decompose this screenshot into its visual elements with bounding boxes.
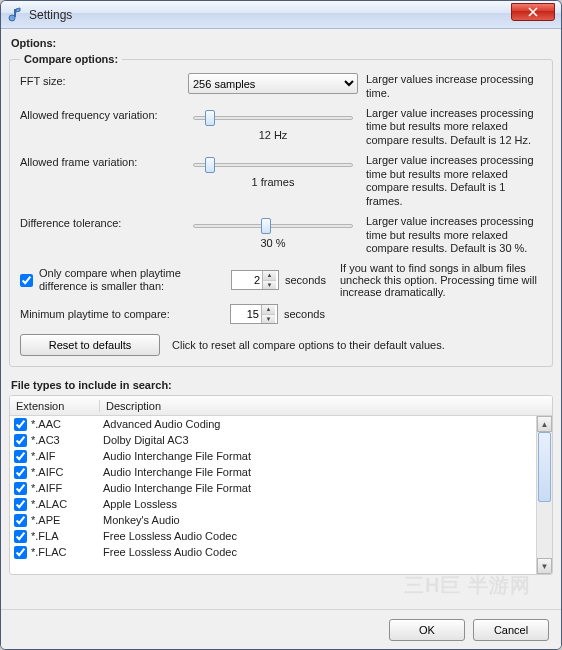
- filetype-ext: *.FLA: [31, 530, 103, 542]
- filetype-checkbox[interactable]: [14, 482, 27, 495]
- filetype-ext: *.AIF: [31, 450, 103, 462]
- app-icon: [7, 7, 23, 23]
- dialog-buttons: OK Cancel: [1, 609, 561, 649]
- cancel-button[interactable]: Cancel: [473, 619, 549, 641]
- only-compare-row: Only compare when playtime difference is…: [20, 262, 542, 298]
- titlebar[interactable]: Settings: [1, 1, 561, 29]
- filetype-row[interactable]: *.AIFCAudio Interchange File Format: [10, 464, 536, 480]
- filetypes-legend: File types to include in search:: [11, 379, 553, 391]
- freq-slider[interactable]: [193, 109, 353, 127]
- filetype-checkbox[interactable]: [14, 498, 27, 511]
- diff-label: Difference tolerance:: [20, 215, 188, 229]
- filetype-row[interactable]: *.FLACFree Lossless Audio Codec: [10, 544, 536, 560]
- filetype-desc: Advanced Audio Coding: [103, 418, 536, 430]
- only-compare-label: Only compare when playtime difference is…: [39, 267, 231, 293]
- only-compare-checkbox[interactable]: [20, 274, 33, 287]
- freq-label: Allowed frequency variation:: [20, 107, 188, 121]
- scroll-up-icon[interactable]: ▲: [537, 416, 552, 432]
- filetype-ext: *.FLAC: [31, 546, 103, 558]
- filetype-ext: *.AIFF: [31, 482, 103, 494]
- filetype-row[interactable]: *.AIFFAudio Interchange File Format: [10, 480, 536, 496]
- filetype-desc: Apple Lossless: [103, 498, 536, 510]
- frame-label: Allowed frame variation:: [20, 154, 188, 168]
- filetype-desc: Audio Interchange File Format: [103, 466, 536, 478]
- filetype-row[interactable]: *.FLAFree Lossless Audio Codec: [10, 528, 536, 544]
- only-compare-unit: seconds: [285, 274, 326, 286]
- settings-window: Settings Options: Compare options: FFT s…: [0, 0, 562, 650]
- frame-row: Allowed frame variation: 1 frames Larger…: [20, 154, 542, 209]
- filetypes-list: Extension Description *.AACAdvanced Audi…: [9, 395, 553, 575]
- filetype-row[interactable]: *.AIFAudio Interchange File Format: [10, 448, 536, 464]
- min-playtime-row: Minimum playtime to compare: ▲▼ seconds: [20, 304, 542, 324]
- reset-row: Reset to defaults Click to reset all com…: [20, 334, 542, 356]
- only-compare-spinner[interactable]: ▲▼: [231, 270, 279, 290]
- filetype-checkbox[interactable]: [14, 466, 27, 479]
- filetype-desc: Monkey's Audio: [103, 514, 536, 526]
- options-heading: Options:: [11, 37, 553, 49]
- frame-value: 1 frames: [252, 176, 295, 188]
- client-area: Options: Compare options: FFT size: 256 …: [1, 29, 561, 649]
- filetype-desc: Audio Interchange File Format: [103, 482, 536, 494]
- watermark: 三H巨 半游网: [404, 572, 531, 599]
- close-button[interactable]: [511, 3, 555, 21]
- compare-options-group: Compare options: FFT size: 256 samples L…: [9, 53, 553, 367]
- filetype-checkbox[interactable]: [14, 434, 27, 447]
- filetype-ext: *.AC3: [31, 434, 103, 446]
- scroll-down-icon[interactable]: ▼: [537, 558, 552, 574]
- freq-value: 12 Hz: [259, 129, 288, 141]
- fft-size-select[interactable]: 256 samples: [188, 73, 358, 94]
- ok-button[interactable]: OK: [389, 619, 465, 641]
- diff-slider[interactable]: [193, 217, 353, 235]
- filetypes-header: Extension Description: [10, 396, 552, 416]
- only-compare-value[interactable]: [232, 274, 262, 286]
- diff-value: 30 %: [260, 237, 285, 249]
- col-extension[interactable]: Extension: [10, 400, 100, 412]
- freq-help: Larger value increases processing time b…: [358, 107, 542, 148]
- filetype-desc: Free Lossless Audio Codec: [103, 546, 536, 558]
- window-title: Settings: [29, 8, 72, 22]
- filetypes-scrollbar[interactable]: ▲ ▼: [536, 416, 552, 574]
- reset-defaults-button[interactable]: Reset to defaults: [20, 334, 160, 356]
- col-description[interactable]: Description: [100, 400, 552, 412]
- frame-help: Larger value increases processing time b…: [358, 154, 542, 209]
- diff-row: Difference tolerance: 30 % Larger value …: [20, 215, 542, 256]
- spin-up-icon[interactable]: ▲: [262, 305, 275, 315]
- fft-help: Larger values increase processing time.: [358, 73, 542, 101]
- spin-down-icon[interactable]: ▼: [262, 315, 275, 324]
- filetype-checkbox[interactable]: [14, 450, 27, 463]
- filetype-checkbox[interactable]: [14, 514, 27, 527]
- filetype-desc: Dolby Digital AC3: [103, 434, 536, 446]
- compare-options-legend: Compare options:: [20, 53, 122, 65]
- filetype-ext: *.ALAC: [31, 498, 103, 510]
- filetype-checkbox[interactable]: [14, 418, 27, 431]
- filetype-row[interactable]: *.AC3Dolby Digital AC3: [10, 432, 536, 448]
- spin-up-icon[interactable]: ▲: [263, 271, 276, 281]
- fft-row: FFT size: 256 samples Larger values incr…: [20, 73, 542, 101]
- filetype-ext: *.AIFC: [31, 466, 103, 478]
- frame-slider[interactable]: [193, 156, 353, 174]
- filetype-checkbox[interactable]: [14, 546, 27, 559]
- freq-row: Allowed frequency variation: 12 Hz Large…: [20, 107, 542, 148]
- min-playtime-value[interactable]: [231, 308, 261, 320]
- filetype-ext: *.APE: [31, 514, 103, 526]
- filetype-row[interactable]: *.APEMonkey's Audio: [10, 512, 536, 528]
- min-playtime-label: Minimum playtime to compare:: [20, 308, 230, 320]
- min-playtime-spinner[interactable]: ▲▼: [230, 304, 278, 324]
- scroll-thumb[interactable]: [538, 432, 551, 502]
- filetype-ext: *.AAC: [31, 418, 103, 430]
- min-playtime-unit: seconds: [284, 308, 325, 320]
- only-compare-help: If you want to find songs in album files…: [326, 262, 542, 298]
- reset-help: Click to reset all compare options to th…: [172, 339, 445, 351]
- fft-label: FFT size:: [20, 73, 188, 87]
- filetype-row[interactable]: *.ALACApple Lossless: [10, 496, 536, 512]
- filetype-row[interactable]: *.AACAdvanced Audio Coding: [10, 416, 536, 432]
- filetype-desc: Audio Interchange File Format: [103, 450, 536, 462]
- spin-down-icon[interactable]: ▼: [263, 281, 276, 290]
- filetype-desc: Free Lossless Audio Codec: [103, 530, 536, 542]
- filetype-checkbox[interactable]: [14, 530, 27, 543]
- diff-help: Larger value increases processing time b…: [358, 215, 542, 256]
